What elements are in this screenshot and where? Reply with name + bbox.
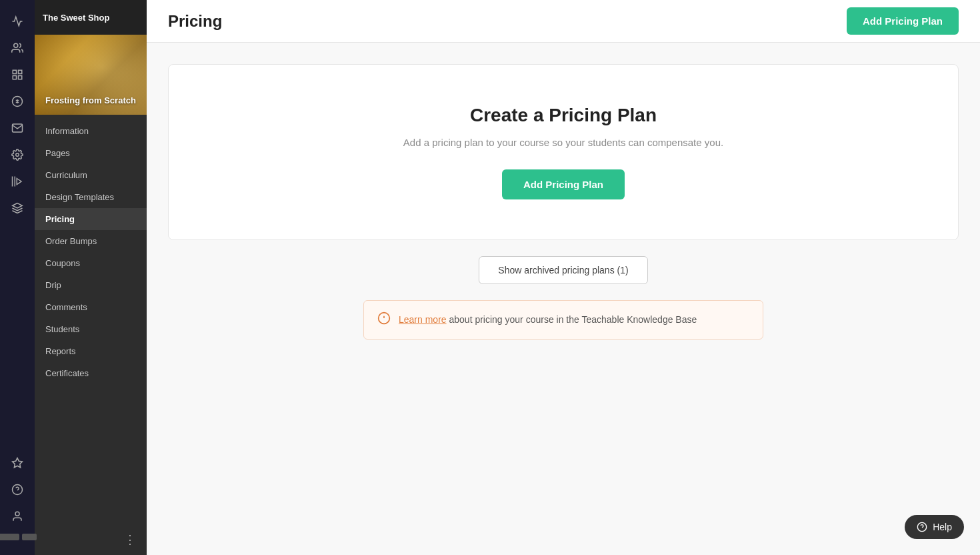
integrations-nav-icon[interactable] <box>5 196 29 220</box>
nav-item-curriculum[interactable]: Curriculum <box>35 164 147 186</box>
course-image: Frosting from Scratch <box>35 35 147 115</box>
info-banner-static-text: about pricing your course in the Teachab… <box>447 314 697 325</box>
analytics-nav-icon[interactable] <box>5 9 29 33</box>
users-nav-icon[interactable] <box>5 36 29 60</box>
nav-item-pages[interactable]: Pages <box>35 142 147 164</box>
nav-item-certificates[interactable]: Certificates <box>35 362 147 384</box>
add-pricing-plan-button-top[interactable]: Add Pricing Plan <box>847 7 959 35</box>
nav-item-information[interactable]: Information <box>35 120 147 142</box>
info-icon <box>377 312 391 328</box>
learn-more-link[interactable]: Learn more <box>399 314 447 325</box>
nav-item-students[interactable]: Students <box>35 318 147 340</box>
add-pricing-plan-button-center[interactable]: Add Pricing Plan <box>502 169 625 199</box>
nav-item-order-bumps[interactable]: Order Bumps <box>35 230 147 252</box>
empty-state-subtitle: Add a pricing plan to your course so you… <box>403 137 723 148</box>
nav-item-comments[interactable]: Comments <box>35 296 147 318</box>
svg-marker-11 <box>13 458 23 468</box>
nav-item-reports[interactable]: Reports <box>35 340 147 362</box>
app-title: The Sweet Shop <box>35 0 147 35</box>
course-sidebar: The Sweet Shop Frosting from Scratch Inf… <box>35 0 147 555</box>
info-banner-text: Learn more about pricing your course in … <box>399 313 697 327</box>
help-nav-icon[interactable] <box>5 478 29 502</box>
page-title: Pricing <box>168 12 222 31</box>
nav-item-pricing[interactable]: Pricing <box>35 208 147 230</box>
nav-item-coupons[interactable]: Coupons <box>35 252 147 274</box>
help-button-label: Help <box>933 522 952 532</box>
info-banner: Learn more about pricing your course in … <box>363 300 763 340</box>
show-archived-button[interactable]: Show archived pricing plans (1) <box>479 256 647 284</box>
course-name: Frosting from Scratch <box>37 90 144 115</box>
nav-item-design-templates[interactable]: Design Templates <box>35 186 147 208</box>
left-icon-sidebar <box>0 0 35 555</box>
svg-point-14 <box>15 512 19 516</box>
empty-state-title: Create a Pricing Plan <box>470 105 657 126</box>
content-area: Create a Pricing Plan Add a pricing plan… <box>147 43 980 555</box>
favorites-nav-icon[interactable] <box>5 451 29 475</box>
app-title-text: The Sweet Shop <box>43 13 109 23</box>
team-nav-icon[interactable] <box>5 504 29 528</box>
dollar-nav-icon[interactable] <box>5 89 29 113</box>
svg-rect-1 <box>13 70 16 73</box>
sidebar-more-options[interactable]: ⋮ <box>119 530 141 550</box>
mail-nav-icon[interactable] <box>5 116 29 140</box>
svg-marker-10 <box>13 203 23 209</box>
svg-rect-3 <box>19 76 22 79</box>
svg-point-0 <box>14 43 18 47</box>
library-nav-icon[interactable] <box>5 169 29 193</box>
settings-nav-icon[interactable] <box>5 143 29 167</box>
course-navigation: Information Pages Curriculum Design Temp… <box>35 115 147 527</box>
help-button[interactable]: Help <box>905 515 964 539</box>
svg-rect-2 <box>19 70 22 73</box>
main-content: Pricing Add Pricing Plan Create a Pricin… <box>147 0 980 555</box>
dashboard-nav-icon[interactable] <box>5 63 29 87</box>
svg-point-7 <box>16 153 19 157</box>
svg-rect-4 <box>13 76 16 79</box>
top-bar: Pricing Add Pricing Plan <box>147 0 980 43</box>
nav-item-drip[interactable]: Drip <box>35 274 147 296</box>
bottom-bar-2 <box>22 534 37 540</box>
bottom-bar-1 <box>0 534 19 540</box>
empty-state-card: Create a Pricing Plan Add a pricing plan… <box>168 64 959 240</box>
